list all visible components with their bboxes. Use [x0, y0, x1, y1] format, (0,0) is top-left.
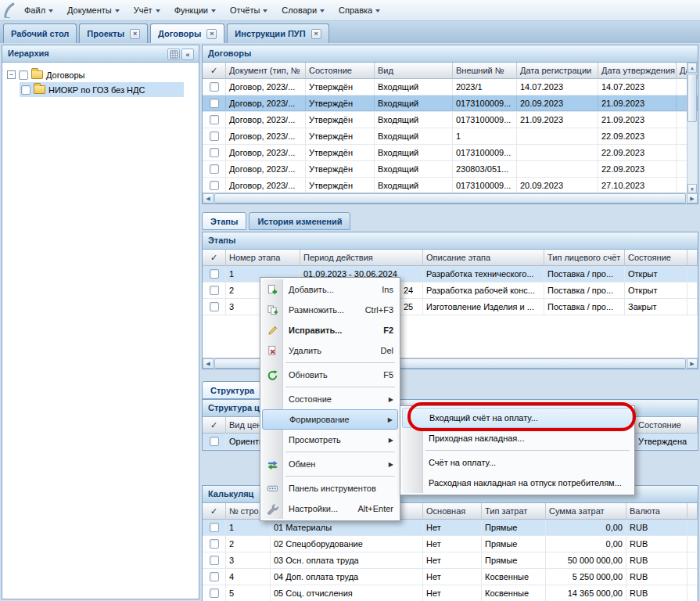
close-icon[interactable]: ×	[130, 29, 140, 39]
calc-row[interactable]: 404 Доп. оплата трудаНетКосвенные5 250 0…	[203, 569, 698, 585]
row-checkbox[interactable]	[210, 539, 219, 549]
check-column-header[interactable]: ✓	[203, 250, 226, 266]
calc-row[interactable]: 202 СпецоборудованиеНетПрямые0,00RUB	[203, 536, 698, 552]
col-stage-number[interactable]: Номер этапа	[226, 250, 300, 266]
row-checkbox[interactable]	[210, 523, 219, 532]
row-checkbox[interactable]	[210, 286, 219, 295]
menu-item-formation[interactable]: Формирование ▶	[262, 409, 398, 430]
row-checkbox[interactable]	[210, 437, 219, 446]
menu-item-state[interactable]: Состояние ▶	[262, 389, 398, 409]
contract-row[interactable]: Договор, 2023/...УтверждёнВходящий2023/1…	[203, 79, 698, 95]
calc-row[interactable]: 505 Соц. отчисленияНетКосвенные14 365 00…	[203, 585, 698, 601]
hierarchy-collapse-button[interactable]: «	[181, 49, 194, 60]
calc-row-selected[interactable]: 101 МатериалыНетПрямые0,00RUB	[203, 520, 698, 536]
row-checkbox[interactable]	[210, 82, 219, 92]
row-checkbox[interactable]	[210, 148, 219, 157]
row-checkbox[interactable]	[210, 269, 219, 279]
menu-accounting[interactable]: Учёт	[127, 2, 167, 19]
folder-icon	[34, 85, 45, 94]
col-period[interactable]: Период действия	[300, 250, 423, 266]
hierarchy-settings-button[interactable]	[167, 49, 180, 60]
row-checkbox[interactable]	[210, 164, 219, 174]
contract-row-selected[interactable]: Договор, 2023/...УтверждёнВходящий017310…	[203, 95, 698, 112]
row-checkbox[interactable]	[210, 115, 219, 124]
col-document[interactable]: Документ (тип, №	[226, 63, 306, 79]
close-icon[interactable]: ×	[311, 29, 321, 39]
submenu-item-invoice[interactable]: Счёт на оплату...	[402, 452, 633, 473]
menu-item-edit[interactable]: Исправить... F2	[262, 320, 398, 340]
col-external[interactable]: Внешний №	[453, 63, 517, 79]
row-checkbox[interactable]	[210, 99, 219, 108]
horizontal-scrollbar[interactable]: ◀ ▶	[203, 193, 698, 203]
col-cost-sum[interactable]: Сумма затрат	[546, 503, 626, 520]
tree-node-selected[interactable]: НИОКР по ГОЗ без НДС	[20, 82, 184, 97]
col-currency[interactable]: Валюта	[626, 503, 687, 520]
tree-node-root[interactable]: − Договоры	[2, 67, 199, 82]
close-icon[interactable]: ×	[206, 29, 217, 39]
menu-functions[interactable]: Функции	[167, 2, 223, 19]
menu-item-refresh[interactable]: Обновить F5	[262, 365, 398, 385]
row-checkbox[interactable]	[210, 572, 219, 581]
menu-item-view[interactable]: Просмотреть ▶	[262, 430, 398, 450]
tab-pup-instructions[interactable]: Инструкции ПУП×	[227, 23, 328, 43]
scroll-left-icon[interactable]: ◀	[203, 193, 214, 203]
check-column-header[interactable]: ✓	[203, 417, 226, 434]
tab-desktop[interactable]: Рабочий стол	[3, 23, 77, 43]
scroll-thumb[interactable]	[214, 193, 686, 203]
check-column-header[interactable]: ✓	[203, 63, 226, 79]
contract-row[interactable]: Договор, 2023/...УтверждёнВходящий017310…	[203, 145, 698, 161]
menu-item-add[interactable]: Добавить... Ins	[262, 279, 398, 300]
contract-row[interactable]: Договор, 2023/...УтверждёнВходящий230803…	[203, 161, 698, 178]
row-checkbox[interactable]	[210, 302, 219, 311]
tab-structure[interactable]: Структура	[202, 381, 263, 399]
menu-reports[interactable]: Отчёты	[223, 2, 275, 19]
menu-item-exchange[interactable]: Обмен ▶	[262, 454, 398, 474]
menu-item-delete[interactable]: Удалить Del	[262, 340, 398, 361]
calc-row[interactable]: 303 Осн. оплата трудаНетПрямые50 000 000…	[203, 552, 698, 569]
submenu-item-receipt-note[interactable]: Приходная накладная...	[402, 428, 633, 448]
tab-history[interactable]: История изменений	[249, 212, 350, 230]
contract-row[interactable]: Договор, 2023/...УтверждёнВходящий017310…	[203, 178, 698, 194]
col-reg-date[interactable]: Дата регистрации	[517, 63, 598, 79]
row-checkbox[interactable]	[210, 131, 219, 141]
submenu-item-incoming-invoice[interactable]: Входящий счёт на оплату...	[402, 408, 633, 428]
col-state[interactable]: Состояние	[635, 417, 698, 434]
contract-row[interactable]: Договор, 2023/...УтверждёнВходящий017310…	[203, 112, 698, 128]
vertical-scrollbar[interactable]: ▲ ▼	[687, 63, 697, 194]
tree-checkbox[interactable]	[19, 70, 28, 80]
menu-item-duplicate[interactable]: Размножить... Ctrl+F3	[262, 300, 398, 320]
menu-documents[interactable]: Документы	[60, 2, 127, 19]
menu-help[interactable]: Справка	[332, 2, 387, 19]
chevron-down-icon	[263, 9, 267, 13]
contract-row[interactable]: Договор, 2023/...УтверждёнВходящий122.09…	[203, 128, 698, 145]
scroll-thumb[interactable]	[687, 74, 697, 122]
menu-dictionaries[interactable]: Словари	[275, 2, 332, 19]
tab-stages[interactable]: Этапы	[202, 212, 246, 230]
collapse-node-icon[interactable]: −	[7, 70, 16, 79]
scroll-left-icon[interactable]: ◀	[203, 358, 214, 369]
col-state[interactable]: Состояние	[625, 250, 687, 266]
submenu-item-dispatch-note[interactable]: Расходная накладная на отпуск потребител…	[402, 473, 633, 493]
row-checkbox[interactable]	[210, 181, 219, 190]
tab-contracts[interactable]: Договоры×	[150, 23, 224, 43]
tree-checkbox[interactable]	[21, 85, 31, 95]
add-icon	[262, 284, 282, 296]
scroll-up-icon[interactable]: ▲	[687, 63, 697, 73]
menu-item-settings[interactable]: Настройки... Alt+Enter	[262, 498, 398, 519]
col-account-type[interactable]: Тип лицевого счёт	[544, 250, 625, 266]
row-checkbox[interactable]	[210, 588, 219, 598]
col-cost-type[interactable]: Тип затрат	[482, 503, 546, 520]
col-approve-date[interactable]: Дата утверждения	[598, 63, 677, 79]
col-state[interactable]: Состояние	[306, 63, 375, 79]
col-main[interactable]: Основная	[423, 503, 482, 520]
tab-projects[interactable]: Проекты×	[79, 23, 148, 43]
menu-file[interactable]: Файл	[17, 2, 60, 19]
contracts-panel: Договоры ✓ Документ (тип, № Состояние Ви…	[202, 45, 698, 204]
check-column-header[interactable]: ✓	[203, 503, 226, 520]
scroll-right-icon[interactable]: ▶	[687, 193, 698, 203]
col-kind[interactable]: Вид	[375, 63, 453, 79]
scroll-right-icon[interactable]: ▶	[687, 358, 698, 369]
col-description[interactable]: Описание этапа	[423, 250, 544, 266]
row-checkbox[interactable]	[210, 556, 219, 565]
menu-item-toolbar[interactable]: Панель инструментов	[262, 478, 398, 498]
